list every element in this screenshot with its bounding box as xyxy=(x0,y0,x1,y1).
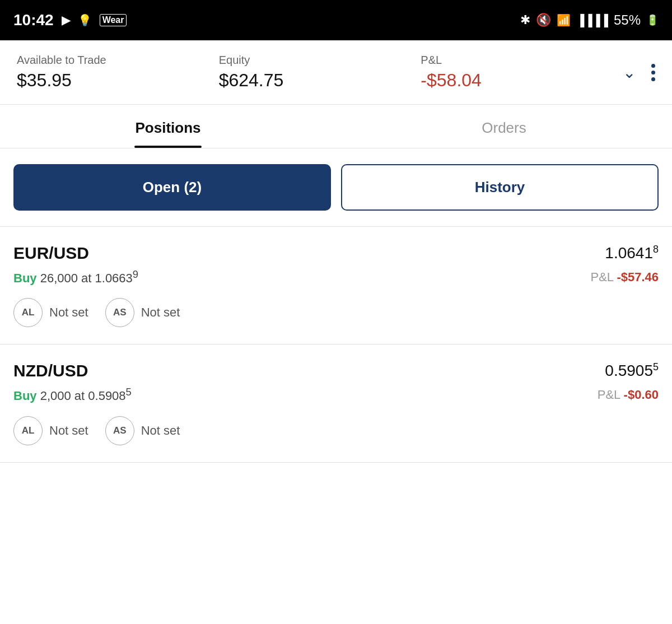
account-actions: ⌄ xyxy=(623,63,655,82)
signal-icon: ▐▐▐▐ xyxy=(576,14,608,27)
history-button[interactable]: History xyxy=(341,164,659,211)
pnl-value-0: -$57.46 xyxy=(617,270,659,284)
pnl-field: P&L -$58.04 xyxy=(421,54,623,91)
al-badge-0[interactable]: AL xyxy=(13,298,43,327)
positions-list: EUR/USD 1.06418 Buy 26,000 at 1.06639 P&… xyxy=(0,227,672,463)
al-status-0: Not set xyxy=(49,305,88,320)
pnl-label: P&L xyxy=(421,54,623,67)
wear-icon: Wear xyxy=(100,14,127,26)
as-control-0: AS Not set xyxy=(105,298,180,327)
al-control-1: AL Not set xyxy=(13,416,88,445)
toggle-row: Open (2) History xyxy=(0,148,672,227)
position-name-1: NZD/USD xyxy=(13,361,88,380)
mute-icon: 🔇 xyxy=(536,13,551,27)
position-header-1: NZD/USD 0.59055 xyxy=(13,361,659,380)
position-detail-left-1: Buy 2,000 at 0.59085 xyxy=(13,386,132,403)
pnl-value-1: -$0.60 xyxy=(624,388,659,402)
tabs-container: Positions Orders xyxy=(0,105,672,148)
status-left: 10:42 ▶ 💡 Wear xyxy=(13,11,127,29)
position-name-0: EUR/USD xyxy=(13,244,89,263)
available-to-trade-field: Available to Trade $35.95 xyxy=(17,54,219,91)
position-header-0: EUR/USD 1.06418 xyxy=(13,244,659,263)
bulb-icon: 💡 xyxy=(78,13,92,27)
dot-3 xyxy=(651,77,655,81)
as-control-1: AS Not set xyxy=(105,416,180,445)
battery-display: 55% xyxy=(614,12,641,28)
available-to-trade-value: $35.95 xyxy=(17,70,219,91)
position-price-1: 0.59055 xyxy=(605,361,659,380)
position-controls-1: AL Not set AS Not set xyxy=(13,416,659,445)
position-controls-0: AL Not set AS Not set xyxy=(13,298,659,327)
al-status-1: Not set xyxy=(49,423,88,438)
account-summary: Available to Trade $35.95 Equity $624.75… xyxy=(0,40,672,105)
time-display: 10:42 xyxy=(13,11,54,29)
status-right: ✱ 🔇 📶 ▐▐▐▐ 55% 🔋 xyxy=(520,12,659,28)
available-to-trade-label: Available to Trade xyxy=(17,54,219,67)
position-price-0: 1.06418 xyxy=(605,244,659,262)
tab-positions[interactable]: Positions xyxy=(0,105,336,148)
bluetooth-icon: ✱ xyxy=(520,13,530,27)
direction-label-0: Buy xyxy=(13,271,37,285)
position-card-0: EUR/USD 1.06418 Buy 26,000 at 1.06639 P&… xyxy=(0,227,672,344)
as-status-1: Not set xyxy=(141,423,180,438)
more-options-button[interactable] xyxy=(651,64,655,81)
equity-field: Equity $624.75 xyxy=(219,54,421,91)
position-details-1: Buy 2,000 at 0.59085 P&L -$0.60 xyxy=(13,386,659,403)
open-positions-button[interactable]: Open (2) xyxy=(13,164,331,211)
al-badge-1[interactable]: AL xyxy=(13,416,43,445)
position-pnl-0: P&L -$57.46 xyxy=(590,270,659,285)
expand-button[interactable]: ⌄ xyxy=(623,63,636,82)
battery-icon: 🔋 xyxy=(646,14,659,26)
dot-2 xyxy=(651,71,655,74)
as-status-0: Not set xyxy=(141,305,180,320)
position-detail-left-0: Buy 26,000 at 1.06639 xyxy=(13,268,138,286)
pnl-value: -$58.04 xyxy=(421,70,623,91)
dot-1 xyxy=(651,64,655,68)
status-bar: 10:42 ▶ 💡 Wear ✱ 🔇 📶 ▐▐▐▐ 55% 🔋 xyxy=(0,0,672,40)
direction-label-1: Buy xyxy=(13,389,37,403)
position-card-1: NZD/USD 0.59055 Buy 2,000 at 0.59085 P&L… xyxy=(0,344,672,462)
as-badge-0[interactable]: AS xyxy=(105,298,134,327)
position-details-0: Buy 26,000 at 1.06639 P&L -$57.46 xyxy=(13,268,659,286)
equity-value: $624.75 xyxy=(219,70,421,91)
al-control-0: AL Not set xyxy=(13,298,88,327)
position-pnl-1: P&L -$0.60 xyxy=(598,388,659,402)
as-badge-1[interactable]: AS xyxy=(105,416,134,445)
wifi-icon: 📶 xyxy=(557,13,571,27)
tab-orders[interactable]: Orders xyxy=(336,105,672,148)
youtube-icon: ▶ xyxy=(62,13,70,27)
equity-label: Equity xyxy=(219,54,421,67)
